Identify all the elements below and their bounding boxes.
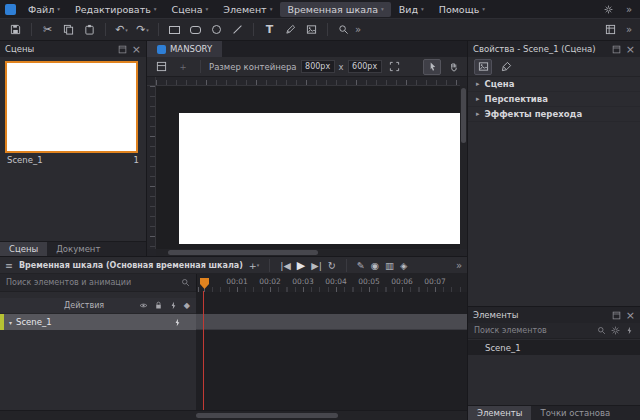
image-properties-icon[interactable]: [474, 59, 492, 75]
line-icon: [233, 25, 241, 33]
timeline-ruler[interactable]: 00:01 00:02 00:03 00:04 00:05 00:06 00:0…: [196, 274, 467, 292]
timeline-row-track[interactable]: [196, 314, 467, 330]
section-transition-effects[interactable]: ▸ Эффекты перехода: [468, 107, 640, 122]
tab-document[interactable]: Документ: [47, 242, 109, 256]
add-icon[interactable]: +: [174, 59, 192, 75]
flash-icon[interactable]: [625, 326, 634, 335]
menu-timeline[interactable]: Временная шкала▾: [280, 2, 390, 17]
section-perspective[interactable]: ▸ Перспектива: [468, 92, 640, 107]
image-tool-button[interactable]: [302, 21, 321, 38]
zoom-tool-button[interactable]: [334, 21, 353, 38]
flash-icon[interactable]: [173, 318, 182, 327]
chevron-down-icon: ▾: [57, 6, 60, 12]
artboard[interactable]: [179, 113, 460, 244]
app-icon: [5, 4, 16, 15]
keyframe-column-icon[interactable]: ◆: [184, 301, 190, 310]
scenes-panel-title: Сцены: [5, 44, 34, 54]
toolbar-right-overflow-icon[interactable]: »: [626, 24, 632, 35]
gear-icon[interactable]: [611, 326, 620, 335]
redo-button[interactable]: ↷▾: [133, 21, 152, 38]
undo-button[interactable]: ↶▾: [112, 21, 131, 38]
go-to-start-button[interactable]: |◀: [280, 260, 291, 271]
timeline-overflow-icon[interactable]: »: [456, 260, 462, 271]
pen-tool-button[interactable]: [281, 21, 300, 38]
go-to-end-button[interactable]: ▶|: [311, 260, 322, 271]
cut-button[interactable]: ✂: [38, 21, 57, 38]
canvas-horizontal-scrollbar[interactable]: [156, 249, 460, 256]
record-icon[interactable]: ◉: [371, 260, 379, 271]
layout-icon[interactable]: [601, 21, 620, 38]
expand-caret-icon[interactable]: ▾: [9, 319, 12, 326]
close-icon[interactable]: ×: [626, 44, 635, 55]
menu-help[interactable]: Помощь▾: [432, 2, 492, 17]
hand-tool-button[interactable]: [444, 59, 462, 75]
loop-button[interactable]: ↻: [328, 260, 336, 271]
canvas-vertical-scrollbar[interactable]: [460, 86, 467, 249]
play-button[interactable]: ▶: [297, 259, 305, 272]
menu-view[interactable]: Вид▾: [392, 2, 431, 17]
rectangle-tool-button[interactable]: [165, 21, 184, 38]
dock-panel-icon[interactable]: [612, 311, 621, 320]
close-icon[interactable]: ×: [626, 310, 635, 321]
timeline-row-name: Scene_1: [16, 317, 52, 327]
lock-column-icon[interactable]: [154, 301, 163, 310]
settings-gear-icon[interactable]: [599, 1, 618, 18]
search-icon[interactable]: [181, 278, 190, 287]
scrollbar-thumb[interactable]: [168, 250, 318, 255]
dock-panel-icon[interactable]: [118, 45, 127, 54]
menu-element[interactable]: Элемент▾: [216, 2, 279, 17]
divider: [158, 23, 159, 36]
fit-canvas-icon[interactable]: [386, 59, 404, 75]
dock-panel-icon[interactable]: [612, 45, 621, 54]
document-tab[interactable]: MANSORY: [147, 41, 222, 57]
add-animation-button[interactable]: +▾: [249, 260, 259, 271]
scene-settings-icon[interactable]: [152, 59, 170, 75]
menu-edit[interactable]: Редактировать▾: [68, 2, 164, 17]
add-keyframe-icon[interactable]: ◈: [400, 260, 407, 271]
timeline-row[interactable]: ▾ Scene_1: [0, 314, 196, 330]
chevron-down-icon: ▾: [206, 6, 209, 12]
canvas-height-input[interactable]: [348, 60, 382, 73]
visibility-column-icon[interactable]: [139, 301, 148, 310]
tab-breakpoints[interactable]: Точки останова: [531, 406, 619, 420]
pointer-tool-button[interactable]: [423, 59, 441, 75]
menu-file[interactable]: Файл▾: [21, 2, 67, 17]
scenes-panel-tabs: Сцены Документ: [0, 241, 146, 256]
properties-panel: Свойства - Scene_1 (Сцена) × ▸ Сцена ▸ П…: [468, 41, 640, 306]
ellipse-tool-button[interactable]: [207, 21, 226, 38]
timeline-search-field[interactable]: Поиск элементов и анимации: [0, 274, 196, 292]
container-size-label: Размер контейнера: [209, 62, 297, 72]
timeline-horizontal-scrollbar[interactable]: [0, 410, 467, 420]
menu-scene[interactable]: Сцена▾: [165, 2, 216, 17]
panel-menu-icon[interactable]: ≡: [5, 260, 13, 271]
elements-panel-title: Элементы: [473, 310, 518, 320]
section-scene[interactable]: ▸ Сцена: [468, 77, 640, 92]
playhead-line: [203, 291, 204, 410]
tab-elements[interactable]: Элементы: [468, 406, 531, 420]
timeline-search-placeholder: Поиск элементов и анимации: [6, 278, 131, 287]
brush-properties-icon[interactable]: [497, 59, 515, 75]
scrollbar-thumb[interactable]: [196, 413, 338, 418]
line-tool-button[interactable]: [228, 21, 247, 38]
edit-animation-icon[interactable]: ✎: [357, 260, 365, 271]
canvas-width-input[interactable]: [301, 60, 335, 73]
chevron-right-icon: ▸: [476, 110, 480, 118]
properties-toolbar: [468, 57, 640, 77]
element-list-item[interactable]: Scene_1: [468, 340, 640, 355]
elements-search-field[interactable]: Поиск элементов: [468, 323, 640, 339]
search-icon[interactable]: [597, 326, 606, 335]
toolbar-overflow-icon[interactable]: »: [355, 24, 361, 35]
snap-icon[interactable]: ▥: [385, 260, 394, 271]
menubar-overflow-icon[interactable]: »: [626, 4, 632, 15]
save-button[interactable]: [6, 21, 25, 38]
close-icon[interactable]: ×: [132, 44, 141, 55]
scene-thumbnail[interactable]: [5, 61, 138, 153]
copy-button[interactable]: [59, 21, 78, 38]
playhead-marker[interactable]: [200, 278, 209, 289]
flash-column-icon[interactable]: [169, 301, 178, 310]
tab-scenes[interactable]: Сцены: [0, 242, 47, 256]
paste-button[interactable]: [80, 21, 99, 38]
text-tool-button[interactable]: T: [260, 21, 279, 38]
scrollbar-thumb[interactable]: [461, 88, 466, 143]
rounded-rectangle-tool-button[interactable]: [186, 21, 205, 38]
